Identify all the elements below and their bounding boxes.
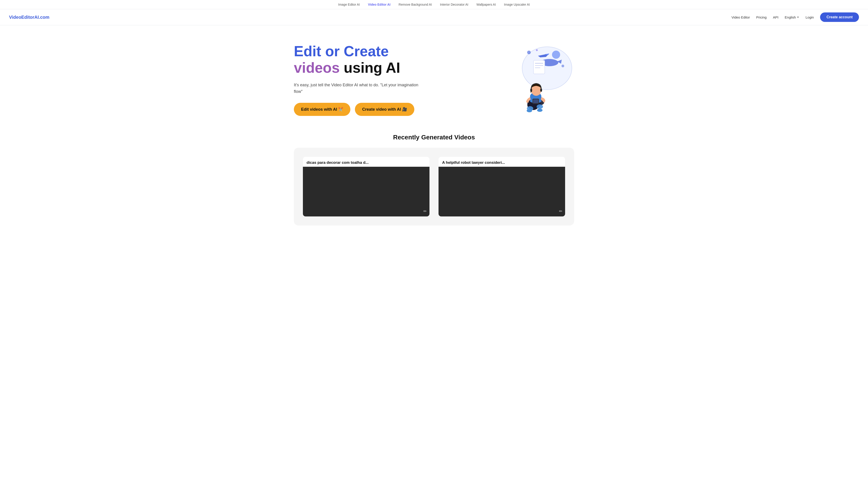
login-button[interactable]: Login — [806, 15, 814, 19]
svg-rect-19 — [530, 89, 532, 92]
svg-point-2 — [527, 51, 531, 54]
hero-title-part2: videos — [294, 60, 340, 76]
hero-svg-illustration — [502, 39, 574, 120]
video-card: A helptful robot lawyer consideri... ✏ — [438, 157, 565, 217]
video-thumbnail[interactable]: ✏ — [303, 167, 430, 217]
hero-section: Edit or Create videos using AI It's easy… — [276, 25, 592, 129]
hero-title-part1: Edit or Create — [294, 43, 389, 59]
chevron-down-icon: ▼ — [797, 16, 799, 19]
svg-point-3 — [561, 65, 564, 67]
svg-point-4 — [536, 49, 538, 51]
top-nav-interior-decorator[interactable]: Interior Decorator AI — [440, 3, 468, 6]
create-account-button[interactable]: Create account — [820, 12, 859, 22]
svg-point-15 — [537, 104, 543, 109]
videos-section: Recently Generated Videos dicas para dec… — [276, 134, 592, 234]
videos-grid-wrapper: dicas para decorar com toalha d... ✏ A h… — [294, 148, 574, 225]
nav-pricing[interactable]: Pricing — [756, 15, 767, 19]
svg-point-22 — [537, 109, 542, 112]
nav-video-editor[interactable]: Video Editor — [732, 15, 750, 19]
svg-rect-20 — [540, 89, 542, 92]
hero-content: Edit or Create videos using AI It's easy… — [294, 43, 488, 116]
illustration-container — [502, 39, 574, 120]
top-nav-image-editor[interactable]: Image Editor AI — [338, 3, 360, 6]
svg-rect-17 — [533, 99, 538, 103]
nav-api[interactable]: API — [773, 15, 778, 19]
edit-icon: ✏ — [559, 209, 562, 214]
svg-point-21 — [527, 109, 532, 112]
section-title: Recently Generated Videos — [294, 134, 574, 141]
language-selector[interactable]: English ▼ — [785, 15, 799, 19]
videos-grid: dicas para decorar com toalha d... ✏ A h… — [303, 157, 565, 217]
video-card: dicas para decorar com toalha d... ✏ — [303, 157, 430, 217]
edit-videos-button[interactable]: Edit videos with AI ✂️ — [294, 103, 350, 116]
video-card-title: dicas para decorar com toalha d... — [303, 157, 430, 167]
hero-subtitle: It's easy, just tell the Video Editor AI… — [294, 82, 421, 95]
video-card-title: A helptful robot lawyer consideri... — [438, 157, 565, 167]
main-nav: VideoEditorAI.com Video Editor Pricing A… — [0, 9, 868, 25]
edit-icon: ✏ — [423, 209, 427, 214]
top-nav-image-upscaler[interactable]: Image Upscaler AI — [504, 3, 530, 6]
top-nav-video-editor[interactable]: Video Editor AI — [368, 3, 391, 6]
svg-point-1 — [552, 51, 560, 59]
top-nav: Image Editor AI Video Editor AI Remove B… — [0, 0, 868, 9]
main-nav-links: Video Editor Pricing API English ▼ Login… — [732, 12, 859, 22]
hero-buttons: Edit videos with AI ✂️ Create video with… — [294, 103, 488, 116]
svg-rect-9 — [533, 60, 545, 74]
hero-title-part3: using AI — [340, 60, 400, 76]
hero-title: Edit or Create videos using AI — [294, 43, 488, 76]
top-nav-remove-background[interactable]: Remove Background AI — [399, 3, 432, 6]
hero-illustration — [502, 39, 574, 120]
site-logo[interactable]: VideoEditorAI.com — [9, 15, 50, 20]
video-thumbnail[interactable]: ✏ — [438, 167, 565, 217]
language-label: English — [785, 15, 796, 19]
create-video-button[interactable]: Create video with AI 🎥 — [355, 103, 414, 116]
top-nav-wallpapers[interactable]: Wallpapers AI — [476, 3, 496, 6]
